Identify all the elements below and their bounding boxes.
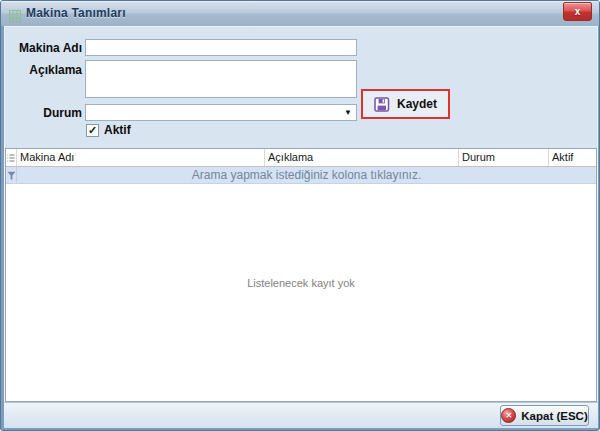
- column-header-description[interactable]: Açıklama: [265, 149, 459, 166]
- close-circle-icon: ✕: [501, 408, 516, 423]
- empty-records-message: Listelenecek kayıt yok: [6, 184, 596, 289]
- window-title: Makina Tanımları: [26, 6, 126, 20]
- status-label: Durum: [4, 106, 82, 120]
- chevron-down-icon: ▼: [344, 108, 352, 117]
- funnel-icon: [7, 171, 16, 180]
- machine-name-input[interactable]: [85, 39, 357, 56]
- save-button-label: Kaydet: [397, 97, 437, 111]
- column-header-status[interactable]: Durum: [459, 149, 549, 166]
- close-dialog-button[interactable]: ✕ Kapat (ESC): [500, 405, 589, 426]
- dialog-content: Makina Adı Açıklama Durum ▼ Kaydet ✓: [4, 26, 598, 428]
- row-indicator-header: [6, 149, 17, 166]
- description-label: Açıklama: [4, 63, 82, 77]
- filter-hint-text[interactable]: Arama yapmak istediğiniz kolona tıklayın…: [17, 167, 596, 183]
- floppy-disk-icon: [374, 97, 390, 112]
- grid-body[interactable]: Listelenecek kayıt yok: [6, 184, 596, 401]
- status-combobox[interactable]: ▼: [85, 104, 357, 121]
- machine-name-label: Makina Adı: [4, 41, 82, 55]
- active-checkbox[interactable]: ✓: [86, 124, 99, 137]
- close-window-button[interactable]: x: [563, 2, 592, 21]
- active-checkbox-row[interactable]: ✓ Aktif: [86, 123, 131, 137]
- description-textarea[interactable]: [85, 60, 357, 98]
- grid-header-row: Makina Adı Açıklama Durum Aktif: [6, 149, 596, 167]
- title-bar[interactable]: Makina Tanımları x: [1, 1, 599, 26]
- column-header-active[interactable]: Aktif: [549, 149, 596, 166]
- column-header-machine-name[interactable]: Makina Adı: [17, 149, 265, 166]
- checkmark-icon: ✓: [88, 124, 97, 136]
- save-button[interactable]: Kaydet: [361, 89, 450, 119]
- grid-filter-row[interactable]: Arama yapmak istediğiniz kolona tıklayın…: [6, 167, 596, 184]
- close-icon: x: [575, 6, 581, 17]
- active-checkbox-label: Aktif: [104, 123, 131, 137]
- footer-bar: ✕ Kapat (ESC): [4, 402, 598, 428]
- filter-indicator-cell: [6, 167, 17, 183]
- records-grid: Makina Adı Açıklama Durum Aktif Arama ya…: [5, 148, 597, 402]
- close-dialog-button-label: Kapat (ESC): [521, 410, 587, 422]
- machine-definitions-dialog: Makina Tanımları x Makina Adı Açıklama D…: [0, 0, 600, 431]
- app-grid-icon: [9, 8, 21, 20]
- list-icon: [7, 153, 15, 163]
